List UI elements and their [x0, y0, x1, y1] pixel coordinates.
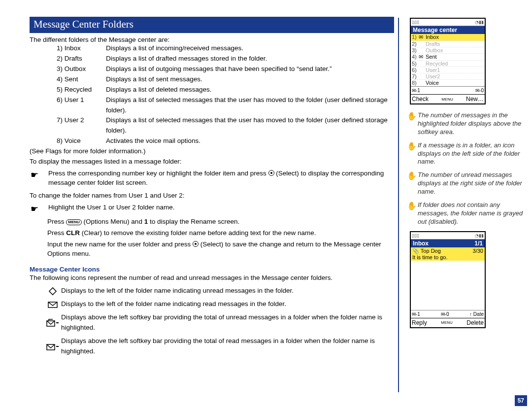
phone-status-bar: ▯▯▯◔▮▮ — [411, 19, 485, 26]
envelope-icon: ✉ — [419, 34, 426, 40]
msg-count: 3/30 — [473, 248, 483, 254]
column-divider — [398, 18, 399, 392]
to-change-heading: To change the folder names from User 1 a… — [30, 191, 394, 201]
bullet-text: Highlight the User 1 or User 2 folder na… — [48, 203, 394, 215]
svg-rect-0 — [49, 288, 56, 295]
substep-text: Press MENU (Options Menu) and 1 to displ… — [47, 217, 394, 227]
folder-desc: Displays a list of sent messages. — [106, 74, 394, 85]
list-num: 2) — [412, 41, 419, 47]
note-icon: ✋ — [407, 111, 418, 137]
phone-footer: ✉-1 ✉-0 ↑ Date — [411, 310, 485, 318]
phone-softkeys: Check MENU New… — [411, 94, 485, 103]
foot-mid: ✉-0 — [441, 311, 449, 317]
msg-from: Top Dog — [421, 248, 441, 254]
list-num: 3) — [412, 47, 419, 53]
step-part-bold: CLR — [66, 229, 80, 237]
list-label: Recycled — [426, 61, 484, 67]
list-num: 6) — [412, 67, 419, 73]
icons-intro: The following icons represent the number… — [30, 273, 394, 283]
svg-rect-5 — [56, 346, 59, 347]
select-key-icon — [193, 241, 199, 247]
hand-bullet-icon: ☛ — [30, 169, 48, 188]
select-key-icon — [268, 170, 274, 176]
page-number: 57 — [515, 395, 527, 406]
phone-title: Message center — [411, 26, 485, 34]
step-part: Press — [47, 218, 66, 225]
list-num: 8) — [412, 80, 419, 86]
bullet-part: Press the corresponding number key or hi… — [48, 170, 268, 177]
phone-title: Inbox 1/1 — [411, 240, 485, 247]
softkey-mid: MENU — [441, 97, 453, 102]
folder-num: 2) Drafts — [57, 54, 106, 64]
folder-desc: Displays a list of drafted messages stor… — [106, 54, 394, 64]
step-part: Press — [47, 229, 66, 237]
substep-text: Input the new name for the user folder a… — [47, 240, 394, 259]
envelope-icon: ✉ — [419, 54, 426, 60]
folder-num: 7) User 2 — [57, 115, 106, 136]
step-part: Input the new name for the user folder a… — [47, 240, 193, 248]
unread-total-icon — [44, 312, 61, 333]
softkey-left: Reply — [412, 319, 427, 326]
note-text: The number of messages in the highlighte… — [418, 111, 525, 137]
section-title: Message Center Folders — [30, 17, 394, 33]
read-envelope-icon — [44, 299, 61, 309]
foot-right: ✉-0 — [475, 88, 484, 93]
msg-body: It is time to go. — [412, 254, 483, 260]
note-icon: ✋ — [407, 201, 418, 226]
note-text: If a message is in a folder, an icon dis… — [418, 141, 525, 167]
list-num: 5) — [412, 61, 419, 67]
svg-rect-3 — [56, 322, 59, 323]
icon-desc: Displays to the left of the folder name … — [61, 299, 394, 309]
to-display-heading: To display the messages listed in a mess… — [30, 157, 394, 167]
softkey-right: New… — [466, 96, 484, 103]
message-item: 📎 Top Dog 3/30 It is time to go. — [411, 247, 485, 261]
folder-desc: Displays a list of incoming/received mes… — [106, 43, 394, 54]
list-label: Outbox — [426, 47, 484, 53]
phone-title-text: Message center — [413, 27, 457, 34]
step-part: (Options Menu) and — [82, 218, 144, 225]
foot-right: ↑ Date — [469, 311, 484, 317]
read-total-icon — [44, 336, 61, 357]
phone-footer: ✉-1 ✉-0 — [411, 86, 485, 94]
icons-heading: Message Center Icons — [30, 266, 394, 273]
phone-screenshot-inbox: ▯▯▯◔▮▮ Inbox 1/1 📎 Top Dog 3/30 It is ti… — [410, 231, 486, 328]
phone-softkeys: Reply MENU Delete — [411, 318, 485, 327]
softkey-right: Delete — [466, 319, 484, 326]
step-part: (Clear) to remove the existing folder na… — [80, 229, 316, 237]
softkey-left: Check — [412, 96, 429, 103]
icon-desc: Displays above the left softkey bar prov… — [61, 336, 394, 357]
step-part: to display the Rename screen. — [148, 218, 239, 225]
phone-screenshot-message-center: ▯▯▯◔▮▮ Message center 1)✉Inbox 2)Drafts … — [410, 18, 486, 104]
folder-num: 3) Outbox — [57, 64, 106, 74]
bullet-text: Press the corresponding number key or hi… — [48, 169, 394, 188]
see-flags: (See Flags for more folder information.) — [30, 146, 394, 157]
substep-text: Press CLR (Clear) to remove the existing… — [47, 229, 394, 238]
folder-desc: Displays a list of selected messages tha… — [106, 95, 394, 116]
note-icon: ✋ — [407, 141, 418, 167]
folder-num: 4) Sent — [57, 74, 106, 85]
note-text: If folder does not contain any messages,… — [418, 201, 525, 226]
attachment-icon: 📎 — [412, 248, 419, 254]
folder-num: 5) Recycled — [57, 85, 106, 95]
intro-text: The different folders of the Message cen… — [30, 36, 394, 43]
unread-diamond-icon — [44, 286, 61, 296]
softkey-mid: MENU — [441, 320, 453, 325]
list-num: 1) — [412, 34, 419, 40]
icon-desc: Displays to the left of the folder name … — [61, 286, 394, 296]
folder-num: 8) Voice — [57, 136, 106, 146]
foot-left: ✉-1 — [412, 311, 420, 317]
list-label: Sent — [426, 54, 484, 60]
foot-left: ✉-1 — [412, 88, 420, 93]
folder-num: 1) Inbox — [57, 43, 106, 54]
list-label: Drafts — [426, 41, 484, 47]
folder-num: 6) User 1 — [57, 95, 106, 116]
folder-desc: Displays a list of outgoing messages tha… — [106, 64, 394, 74]
list-label: User1 — [426, 67, 484, 73]
icon-desc: Displays above the left softkey bar prov… — [61, 312, 394, 333]
menu-key-icon: MENU — [66, 219, 82, 225]
list-num: 4) — [412, 54, 419, 60]
phone-status-bar: ▯▯▯◔▮▮ — [411, 232, 485, 240]
note-text: The number of unread messages displays a… — [418, 171, 525, 196]
note-icon: ✋ — [407, 171, 418, 196]
phone-title-count: 1/1 — [474, 240, 483, 247]
